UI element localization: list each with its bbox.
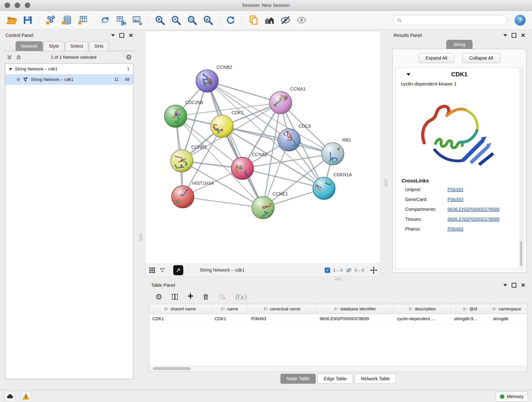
close-panel-icon[interactable]: ×	[129, 32, 133, 38]
panel-menu-icon[interactable]	[111, 34, 115, 38]
zoom-fit-button[interactable]	[184, 13, 200, 28]
network-node-CCNB2[interactable]: CCNB2	[196, 65, 232, 92]
trash-icon[interactable]	[202, 293, 209, 300]
crosslink-link[interactable]: 9606.ENSP00000378699	[447, 207, 500, 212]
table-cell[interactable]: CDK1	[149, 314, 211, 324]
network-arrows-button[interactable]	[98, 13, 113, 28]
network-node-CDK1[interactable]: CDK1	[207, 110, 244, 138]
duplicate-page-button[interactable]	[246, 13, 261, 28]
tab-network-table[interactable]: Network Table	[355, 374, 396, 384]
tab-string[interactable]: String	[446, 40, 472, 49]
column-header-namespace[interactable]: namespace	[490, 304, 527, 314]
expand-all-icon[interactable]	[16, 54, 22, 60]
expand-all-button[interactable]: Expand All	[418, 53, 454, 63]
table-cell[interactable]: 9606.ENSP00000378699	[317, 314, 394, 324]
table-horizontal-scrollbar[interactable]	[149, 366, 527, 371]
network-node-HIST1H1A[interactable]: HIST1H1A	[170, 181, 214, 208]
export-image-button[interactable]	[130, 13, 145, 28]
network-edge[interactable]	[222, 126, 333, 154]
function-builder-icon[interactable]: f(x)	[234, 293, 246, 301]
float-panel-icon[interactable]	[512, 33, 516, 38]
tab-style[interactable]: Style	[44, 41, 64, 51]
hidden-eye-icon[interactable]	[346, 267, 352, 274]
network-row[interactable]: String Network – cdk1 11 48	[5, 74, 133, 85]
float-panel-icon[interactable]	[119, 33, 124, 38]
columns-icon[interactable]	[171, 293, 179, 301]
network-node-CCNB1[interactable]: CCNB1	[171, 145, 207, 172]
network-edge[interactable]	[207, 81, 281, 103]
crosslink-link[interactable]: 9606.ENSP00000378699	[447, 217, 500, 222]
crosslink-link[interactable]: P06493	[447, 226, 463, 232]
zoom-out-button[interactable]	[168, 13, 184, 28]
table-cell[interactable]: CDK1	[211, 314, 248, 324]
crosslink-link[interactable]: P06493	[447, 187, 463, 192]
network-node-CCNA1[interactable]: CCNA1	[269, 86, 306, 114]
collapse-all-button[interactable]: Collapse All	[462, 53, 500, 63]
network-table-button[interactable]	[114, 13, 129, 28]
table-row[interactable]: CDK1CDK1P064939606.ENSP00000378699cyclin…	[149, 314, 527, 324]
network-edge[interactable]	[207, 81, 263, 208]
tab-edge-table[interactable]: Edge Table	[317, 374, 353, 384]
column-header-canonical-name[interactable]: canonical name	[248, 304, 317, 314]
results-scrollbar[interactable]	[519, 68, 522, 269]
import-network-from-database-button[interactable]	[59, 13, 74, 28]
splitter-handle[interactable]	[385, 179, 387, 186]
save-session-button[interactable]	[20, 13, 35, 28]
splitter-handle[interactable]	[335, 278, 342, 280]
add-column-icon[interactable]: +	[187, 292, 193, 300]
tab-network[interactable]: Network	[16, 41, 43, 51]
section-caret-icon[interactable]	[406, 73, 411, 78]
tab-node-table[interactable]: Node Table	[280, 374, 316, 384]
network-canvas[interactable]: CCNB2CCNA1CDC25BCDK1CDC6RB1CCNB1CCNA2CDK…	[145, 31, 381, 264]
selected-nodes-checkbox[interactable]: ✓	[325, 268, 330, 273]
hide-selected-button[interactable]	[278, 13, 293, 28]
birdseye-view-button[interactable]	[173, 265, 183, 275]
close-panel-icon[interactable]: ×	[521, 32, 525, 38]
zoom-in-button[interactable]	[152, 13, 167, 28]
memory-button[interactable]: Memory	[496, 391, 528, 402]
column-header-database-identifier[interactable]: database identifier	[317, 304, 394, 314]
float-panel-icon[interactable]	[512, 283, 516, 288]
home-view-button[interactable]	[262, 13, 277, 28]
network-node-RB1[interactable]: RB1	[322, 138, 351, 165]
panel-menu-icon[interactable]	[503, 34, 507, 38]
show-all-button[interactable]	[294, 13, 309, 28]
close-panel-icon[interactable]: ×	[521, 282, 525, 288]
table-cell[interactable]: cyclin-dependent ...	[394, 314, 451, 324]
tree-caret-icon[interactable]	[9, 68, 12, 72]
table-cell[interactable]: P06493	[248, 314, 317, 324]
column-header-description[interactable]: description	[394, 304, 451, 314]
refresh-button[interactable]	[223, 13, 238, 28]
table-cell[interactable]: stringdb	[490, 314, 527, 324]
search-input[interactable]	[404, 17, 503, 23]
scrollbar-thumb[interactable]	[153, 367, 191, 370]
network-list-icon[interactable]	[159, 267, 166, 274]
maximize-window-button[interactable]	[25, 2, 30, 8]
help-button[interactable]: ?	[515, 15, 526, 26]
splitter-handle[interactable]	[139, 234, 142, 241]
table-cell[interactable]: stringdb:9...	[451, 314, 490, 324]
gear-icon[interactable]: ⚙	[126, 54, 132, 61]
minimize-window-button[interactable]	[15, 2, 20, 8]
network-edge[interactable]	[183, 197, 263, 208]
close-window-button[interactable]	[5, 2, 10, 8]
network-collection-row[interactable]: String Network – cdk1 1	[5, 64, 133, 74]
warnings-button[interactable]	[20, 391, 32, 402]
open-session-button[interactable]	[4, 13, 19, 28]
cloud-button[interactable]	[4, 391, 16, 402]
column-header-name[interactable]: name	[211, 304, 248, 314]
column-header-@id[interactable]: @id	[451, 304, 490, 314]
zoom-selected-button[interactable]	[201, 13, 215, 28]
panel-menu-icon[interactable]	[503, 284, 507, 288]
grid-view-icon[interactable]	[149, 267, 156, 274]
pan-move-icon[interactable]	[370, 267, 377, 274]
import-network-button[interactable]	[43, 13, 58, 28]
table-settings-gear-icon[interactable]: ⚙	[155, 293, 162, 301]
tab-select[interactable]: Select	[65, 41, 89, 51]
crosslink-link[interactable]: P06493	[447, 197, 463, 202]
tab-sets[interactable]: Sets	[89, 41, 109, 51]
search-box[interactable]	[393, 15, 507, 25]
column-header-shared-name[interactable]: shared name	[149, 304, 211, 314]
collapse-all-icon[interactable]	[6, 54, 12, 60]
import-table-button[interactable]	[75, 13, 90, 28]
